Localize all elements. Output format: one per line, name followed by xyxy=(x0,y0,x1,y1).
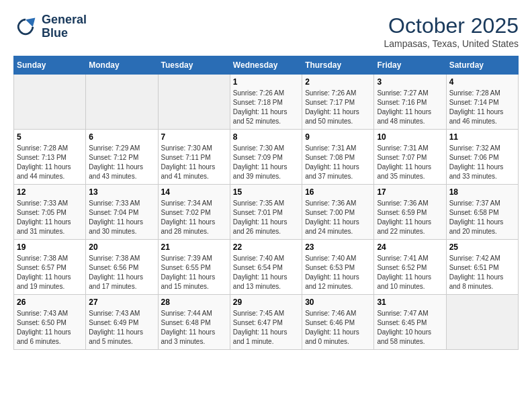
logo: General Blue xyxy=(13,13,87,40)
calendar-cell: 19Sunrise: 7:38 AMSunset: 6:57 PMDayligh… xyxy=(14,240,86,295)
calendar-cell: 7Sunrise: 7:30 AMSunset: 7:11 PMDaylight… xyxy=(158,130,230,185)
day-info: Sunrise: 7:31 AMSunset: 7:07 PMDaylight:… xyxy=(377,144,443,181)
calendar-cell xyxy=(86,75,158,130)
day-info: Sunrise: 7:31 AMSunset: 7:08 PMDaylight:… xyxy=(305,144,371,181)
day-info: Sunrise: 7:35 AMSunset: 7:01 PMDaylight:… xyxy=(233,199,299,236)
day-info: Sunrise: 7:38 AMSunset: 6:56 PMDaylight:… xyxy=(89,254,154,291)
day-number: 30 xyxy=(305,298,371,307)
month-title: October 2025 xyxy=(384,13,519,38)
calendar-cell: 31Sunrise: 7:47 AMSunset: 6:45 PMDayligh… xyxy=(374,295,446,350)
day-info: Sunrise: 7:33 AMSunset: 7:04 PMDaylight:… xyxy=(89,199,154,236)
day-info: Sunrise: 7:32 AMSunset: 7:06 PMDaylight:… xyxy=(449,144,515,181)
day-info: Sunrise: 7:42 AMSunset: 6:51 PMDaylight:… xyxy=(449,254,515,291)
calendar-cell: 9Sunrise: 7:31 AMSunset: 7:08 PMDaylight… xyxy=(302,130,374,185)
day-info: Sunrise: 7:38 AMSunset: 6:57 PMDaylight:… xyxy=(17,254,83,291)
calendar-cell: 10Sunrise: 7:31 AMSunset: 7:07 PMDayligh… xyxy=(374,130,446,185)
day-number: 16 xyxy=(305,187,371,197)
location: Lampasas, Texas, United States xyxy=(384,38,519,49)
calendar-cell: 11Sunrise: 7:32 AMSunset: 7:06 PMDayligh… xyxy=(446,130,518,185)
calendar-cell xyxy=(446,295,518,350)
day-number: 5 xyxy=(17,132,83,142)
day-number: 3 xyxy=(377,77,443,87)
weekday-header: Friday xyxy=(374,56,446,75)
day-number: 24 xyxy=(377,242,443,252)
day-info: Sunrise: 7:33 AMSunset: 7:05 PMDaylight:… xyxy=(17,199,83,236)
calendar-cell: 28Sunrise: 7:44 AMSunset: 6:48 PMDayligh… xyxy=(158,295,230,350)
day-number: 9 xyxy=(305,132,371,142)
weekday-header: Saturday xyxy=(446,56,518,75)
title-area: October 2025 Lampasas, Texas, United Sta… xyxy=(384,13,519,49)
day-number: 17 xyxy=(377,187,443,197)
day-info: Sunrise: 7:30 AMSunset: 7:09 PMDaylight:… xyxy=(233,144,299,181)
calendar-cell: 21Sunrise: 7:39 AMSunset: 6:55 PMDayligh… xyxy=(158,240,230,295)
day-info: Sunrise: 7:26 AMSunset: 7:17 PMDaylight:… xyxy=(305,89,371,126)
calendar-cell: 6Sunrise: 7:29 AMSunset: 7:12 PMDaylight… xyxy=(86,130,158,185)
day-info: Sunrise: 7:30 AMSunset: 7:11 PMDaylight:… xyxy=(161,144,227,181)
calendar-cell: 2Sunrise: 7:26 AMSunset: 7:17 PMDaylight… xyxy=(302,75,374,130)
day-info: Sunrise: 7:40 AMSunset: 6:53 PMDaylight:… xyxy=(305,254,371,291)
calendar-cell: 20Sunrise: 7:38 AMSunset: 6:56 PMDayligh… xyxy=(86,240,158,295)
calendar-week-row: 1Sunrise: 7:26 AMSunset: 7:18 PMDaylight… xyxy=(14,75,519,130)
calendar-cell: 17Sunrise: 7:36 AMSunset: 6:59 PMDayligh… xyxy=(374,185,446,240)
weekday-header: Thursday xyxy=(302,56,374,75)
calendar-table: SundayMondayTuesdayWednesdayThursdayFrid… xyxy=(13,56,519,350)
day-info: Sunrise: 7:46 AMSunset: 6:46 PMDaylight:… xyxy=(305,309,371,347)
day-info: Sunrise: 7:47 AMSunset: 6:45 PMDaylight:… xyxy=(377,309,443,347)
day-info: Sunrise: 7:44 AMSunset: 6:48 PMDaylight:… xyxy=(161,309,227,347)
day-number: 2 xyxy=(305,77,371,87)
calendar-week-row: 26Sunrise: 7:43 AMSunset: 6:50 PMDayligh… xyxy=(14,295,519,350)
calendar-cell: 22Sunrise: 7:40 AMSunset: 6:54 PMDayligh… xyxy=(230,240,302,295)
calendar-cell: 27Sunrise: 7:43 AMSunset: 6:49 PMDayligh… xyxy=(86,295,158,350)
calendar-cell: 5Sunrise: 7:28 AMSunset: 7:13 PMDaylight… xyxy=(14,130,86,185)
day-number: 26 xyxy=(17,298,83,307)
calendar-cell: 30Sunrise: 7:46 AMSunset: 6:46 PMDayligh… xyxy=(302,295,374,350)
day-number: 25 xyxy=(449,242,515,252)
day-number: 1 xyxy=(233,77,299,87)
day-info: Sunrise: 7:40 AMSunset: 6:54 PMDaylight:… xyxy=(233,254,299,291)
day-info: Sunrise: 7:36 AMSunset: 6:59 PMDaylight:… xyxy=(377,199,443,236)
calendar-week-row: 12Sunrise: 7:33 AMSunset: 7:05 PMDayligh… xyxy=(14,185,519,240)
day-number: 14 xyxy=(161,187,227,197)
day-info: Sunrise: 7:39 AMSunset: 6:55 PMDaylight:… xyxy=(161,254,227,291)
day-number: 22 xyxy=(233,242,299,252)
day-number: 27 xyxy=(89,298,154,307)
day-number: 18 xyxy=(449,187,515,197)
day-number: 19 xyxy=(17,242,83,252)
calendar-cell: 23Sunrise: 7:40 AMSunset: 6:53 PMDayligh… xyxy=(302,240,374,295)
calendar-week-row: 19Sunrise: 7:38 AMSunset: 6:57 PMDayligh… xyxy=(14,240,519,295)
calendar-cell: 25Sunrise: 7:42 AMSunset: 6:51 PMDayligh… xyxy=(446,240,518,295)
calendar-cell: 1Sunrise: 7:26 AMSunset: 7:18 PMDaylight… xyxy=(230,75,302,130)
day-info: Sunrise: 7:29 AMSunset: 7:12 PMDaylight:… xyxy=(89,144,154,181)
day-info: Sunrise: 7:43 AMSunset: 6:50 PMDaylight:… xyxy=(17,309,83,347)
calendar-cell: 8Sunrise: 7:30 AMSunset: 7:09 PMDaylight… xyxy=(230,130,302,185)
calendar-cell xyxy=(158,75,230,130)
day-number: 4 xyxy=(449,77,515,87)
day-number: 29 xyxy=(233,298,299,307)
logo-icon xyxy=(13,15,38,39)
day-number: 8 xyxy=(233,132,299,142)
day-info: Sunrise: 7:34 AMSunset: 7:02 PMDaylight:… xyxy=(161,199,227,236)
calendar-cell: 3Sunrise: 7:27 AMSunset: 7:16 PMDaylight… xyxy=(374,75,446,130)
calendar-cell: 12Sunrise: 7:33 AMSunset: 7:05 PMDayligh… xyxy=(14,185,86,240)
weekday-header-row: SundayMondayTuesdayWednesdayThursdayFrid… xyxy=(14,56,519,75)
calendar-week-row: 5Sunrise: 7:28 AMSunset: 7:13 PMDaylight… xyxy=(14,130,519,185)
day-number: 13 xyxy=(89,187,154,197)
day-info: Sunrise: 7:45 AMSunset: 6:47 PMDaylight:… xyxy=(233,309,299,347)
weekday-header: Wednesday xyxy=(230,56,302,75)
day-info: Sunrise: 7:36 AMSunset: 7:00 PMDaylight:… xyxy=(305,199,371,236)
calendar-cell: 14Sunrise: 7:34 AMSunset: 7:02 PMDayligh… xyxy=(158,185,230,240)
calendar-cell: 24Sunrise: 7:41 AMSunset: 6:52 PMDayligh… xyxy=(374,240,446,295)
calendar-cell: 18Sunrise: 7:37 AMSunset: 6:58 PMDayligh… xyxy=(446,185,518,240)
calendar-cell: 4Sunrise: 7:28 AMSunset: 7:14 PMDaylight… xyxy=(446,75,518,130)
page-header: General Blue October 2025 Lampasas, Texa… xyxy=(13,13,519,49)
weekday-header: Sunday xyxy=(14,56,86,75)
day-info: Sunrise: 7:43 AMSunset: 6:49 PMDaylight:… xyxy=(89,309,154,347)
day-info: Sunrise: 7:26 AMSunset: 7:18 PMDaylight:… xyxy=(233,89,299,126)
day-number: 7 xyxy=(161,132,227,142)
day-info: Sunrise: 7:41 AMSunset: 6:52 PMDaylight:… xyxy=(377,254,443,291)
day-number: 15 xyxy=(233,187,299,197)
weekday-header: Tuesday xyxy=(158,56,230,75)
calendar-cell: 16Sunrise: 7:36 AMSunset: 7:00 PMDayligh… xyxy=(302,185,374,240)
day-number: 12 xyxy=(17,187,83,197)
day-number: 10 xyxy=(377,132,443,142)
